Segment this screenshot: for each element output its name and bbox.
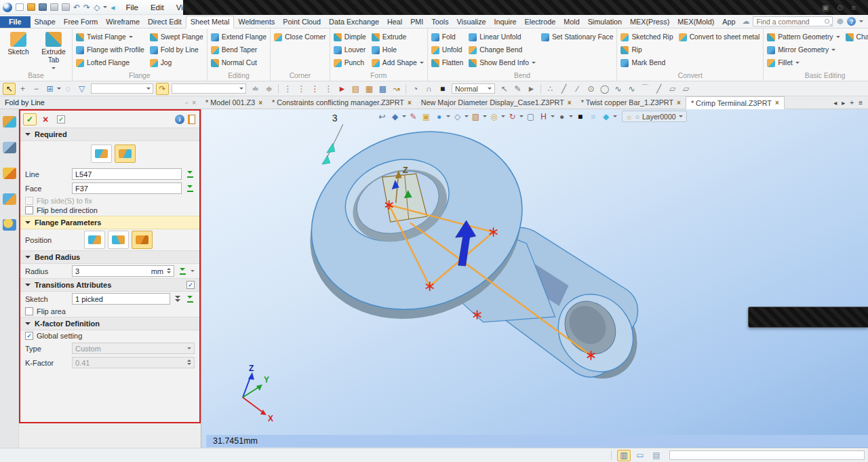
dock-image-icon[interactable] [3,193,16,205]
regen-icon[interactable]: ◇ [94,3,100,12]
tab-simulation[interactable]: Simulation [584,16,626,28]
dock-constraint-icon[interactable] [3,142,16,153]
cloud-icon[interactable]: ☁ [742,17,749,26]
play-back-icon[interactable]: ◂ [111,3,115,12]
command-search-input[interactable] [756,18,825,26]
doc-tab-crimp-termiinal-z3prt[interactable]: * Crimp Termiinal.Z3PRT× [686,96,785,109]
doc-tab-close-icon[interactable]: × [568,99,572,107]
dimple-button[interactable]: Dimple [334,31,366,43]
spin-view-icon[interactable]: ↻ [507,111,518,122]
open-file-icon[interactable] [27,3,35,11]
radius-input[interactable]: 3 mm [72,265,174,277]
monitor-icon[interactable]: ▭ [633,450,647,461]
tab-sheet-metal[interactable]: Sheet Metal [186,16,235,28]
menu-file[interactable]: File [120,2,144,13]
layer-color-icon[interactable]: ◆ [600,111,612,122]
extend-flange-button[interactable]: Extend Flange [211,31,267,43]
tab-data-exchange[interactable]: Data Exchange [325,16,383,28]
pattern-geometry-button[interactable]: Pattern Geometry [767,31,840,43]
twist-flange-button[interactable]: Twist Flange [76,31,144,43]
flip-bend-checkbox[interactable] [25,206,33,214]
window-icon[interactable]: ▤ [650,450,663,461]
wave-icon[interactable]: ∿ [625,83,638,95]
panel-float-icon[interactable]: ▫ [186,99,189,107]
swept-flange-button[interactable]: Swept Flange [150,31,203,43]
type-select[interactable]: Custom [72,343,195,354]
arc-icon[interactable]: ⌒ [639,83,652,95]
doc-page-icon[interactable] [188,115,195,124]
rip-button[interactable]: Rip [620,43,673,56]
play-icon[interactable]: ► [525,83,538,95]
pin-3-icon[interactable]: ⋮ [309,83,321,95]
background-icon[interactable]: ● [556,111,568,122]
select-arrow-icon[interactable]: ↖ [3,83,16,95]
unfold-button[interactable]: Unfold [431,43,463,56]
fold-type-option-2[interactable] [115,145,136,163]
doc-tab-constraints-conflicting-manager-z3prt[interactable]: * Constraints conflicting manager.Z3PRT× [267,96,416,109]
folder-view-icon[interactable]: ▦ [363,83,376,95]
table-panel-icon[interactable]: ▥ [617,450,631,461]
extrude-button[interactable]: Extrude [372,31,424,43]
regen-caret-icon[interactable] [103,6,107,10]
extrude-tab-button[interactable]: Extrude Tab [39,31,68,71]
transitions-checkbox[interactable]: ✓ [186,281,195,289]
tab-mold[interactable]: Mold [559,16,583,28]
undo-icon[interactable]: ↶ [73,3,80,12]
print-icon[interactable] [50,3,58,11]
tab-electrode[interactable]: Electrode [521,16,560,28]
tab-file[interactable]: File [0,16,31,28]
tab-free-form[interactable]: Free Form [60,16,102,28]
face-picker-icon[interactable] [185,185,195,192]
tab-weldments[interactable]: Weldments [234,16,279,28]
status-input[interactable] [669,450,865,460]
hole-button[interactable]: Hole [372,43,424,56]
cancel-button[interactable]: × [39,113,52,126]
face2-icon[interactable]: ▱ [679,83,692,95]
filter-icon[interactable]: ▽ [75,83,88,95]
settings-gear-icon[interactable]: ☸ [836,17,844,26]
blue-swatch[interactable]: ■ [587,111,599,122]
points-icon[interactable]: ∴ [544,83,557,95]
tab-list-icon[interactable]: ≡ [859,99,863,107]
reuse-combo[interactable] [172,83,246,94]
menu-edit[interactable]: Edit [145,2,170,13]
change-bend-button[interactable]: Change Bend [469,43,536,56]
tab-app[interactable]: App [718,16,739,28]
doc-tab-close-icon[interactable]: × [408,99,412,107]
pin-4-icon[interactable]: ⋮ [322,83,335,95]
doc-tab-twist-copper-bar-1-z3prt[interactable]: * Twist copper Bar_1.Z3PRT× [576,96,686,109]
flip-side-checkbox[interactable] [25,197,33,205]
tab-shape[interactable]: Shape [31,16,60,28]
global-setting-checkbox[interactable]: ✓ [25,332,33,340]
copy-view-icon[interactable]: ▨ [470,111,481,122]
tab-point-cloud[interactable]: Point Cloud [279,16,325,28]
jog-button[interactable]: Jog [150,56,203,69]
align-equal-icon[interactable]: ≐ [249,83,262,95]
wireframe-icon[interactable]: ◇ [452,111,463,122]
shade-box-icon[interactable]: ▣ [420,111,432,122]
doc-tab-close-icon[interactable]: × [258,99,262,107]
sketched-rip-button[interactable]: Sketched Rip [620,31,673,43]
help-icon[interactable]: ? [847,17,856,26]
entity-filter-combo[interactable] [91,83,153,94]
kfactor-input[interactable]: 0.41 [72,357,195,368]
align-match-icon[interactable]: ≑ [262,83,275,95]
tab-mex-mold[interactable]: MEX(Mold) [673,16,718,28]
redo-icon[interactable]: ↷ [83,3,90,12]
help-caret-icon[interactable] [859,20,863,24]
circle-point-icon[interactable]: ⊙ [585,83,597,95]
add-shape-button[interactable]: Add Shape [372,56,424,69]
view-orient-icon[interactable]: ◆ [389,111,401,122]
section-transitions[interactable]: Transitions Attributes ✓ [20,278,199,292]
flange-with-profile-button[interactable]: Flange with Profile [76,43,144,56]
add-entity-icon[interactable]: + [16,83,29,95]
linear-unfold-button[interactable]: Linear Unfold [469,31,536,43]
tab-direct-edit[interactable]: Direct Edit [144,16,186,28]
pin-1-icon[interactable]: ⋮ [281,83,294,95]
remove-entity-icon[interactable]: − [30,83,43,95]
command-search[interactable] [753,16,833,26]
section-kfactor[interactable]: K-factor Definition [20,317,199,330]
doc-tab-new-major-diameter-display-case1-z3prt[interactable]: New Major Diameter Display_Case1.Z3PRT× [416,96,576,109]
expand-list-icon[interactable] [175,296,180,303]
cursor-edit-icon[interactable]: ✎ [511,83,524,95]
